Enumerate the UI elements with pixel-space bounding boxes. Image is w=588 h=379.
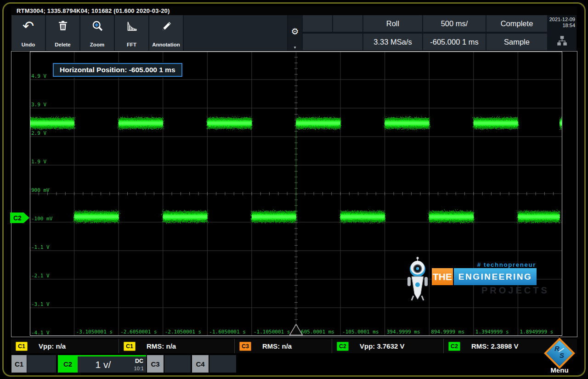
- channel-tab-c3[interactable]: C3: [147, 355, 164, 373]
- annotation-button[interactable]: Annotation: [149, 15, 183, 51]
- c2-probe-ratio: 10:1: [134, 366, 144, 371]
- time-label: 18:54: [549, 23, 575, 29]
- dropdown-arrow-icon: ▾: [294, 45, 296, 50]
- svg-text:-3.1 V: -3.1 V: [31, 301, 50, 307]
- scope-display[interactable]: 4.9 V3.9 V2.9 V1.9 V900 mV-100 mV-1.1 V-…: [30, 52, 562, 336]
- measurement-c3-rms[interactable]: C3 RMS: n/a: [235, 339, 332, 353]
- annotation-pencil-icon: [160, 19, 172, 34]
- sample-rate-cell[interactable]: 3.33 MSa/s: [363, 34, 422, 50]
- horizontal-position-tooltip: Horizontal Position: -605.000 1 ms: [53, 63, 182, 77]
- channel-badge-c3: C3: [239, 342, 251, 351]
- menu-button[interactable]: R S Menu: [541, 338, 578, 374]
- scope-screen: RTM3004; 1335.8794K04; 101682 (01.600 20…: [10, 6, 578, 373]
- lan-network-icon: [556, 35, 568, 48]
- status-cell-empty-1: [303, 15, 332, 32]
- svg-text:-100 mV: -100 mV: [31, 216, 53, 222]
- instrument-bezel: RTM3004; 1335.8794K04; 101682 (01.600 20…: [0, 0, 588, 379]
- measurement-value: Vpp: 3.7632 V: [360, 342, 405, 350]
- acquire-sample-cell[interactable]: Sample: [486, 34, 547, 50]
- fft-button[interactable]: FFT: [115, 15, 148, 51]
- svg-text:-105.0001 ms: -105.0001 ms: [342, 329, 379, 335]
- svg-text:3.9 V: 3.9 V: [31, 102, 46, 108]
- svg-text:-2.6050001 s: -2.6050001 s: [120, 329, 157, 335]
- date-label: 2021-12-09: [549, 17, 575, 23]
- measurement-value: RMS: 2.3898 V: [471, 342, 519, 350]
- svg-text:-2.1 V: -2.1 V: [31, 273, 50, 279]
- svg-text:1.3949999 s: 1.3949999 s: [475, 329, 509, 335]
- datetime-cell[interactable]: 2021-12-09 18:54: [547, 15, 577, 51]
- window-title: RTM3004; 1335.8794K04; 101682 (01.600 20…: [11, 6, 577, 15]
- svg-text:394.9999 ms: 394.9999 ms: [387, 329, 420, 335]
- measurement-c1-rms[interactable]: C1 RMS: n/a: [119, 339, 235, 353]
- svg-text:-1.6050001 s: -1.6050001 s: [209, 329, 245, 335]
- svg-text:4.9 V: 4.9 V: [31, 73, 46, 79]
- rohde-schwarz-logo: R S: [544, 338, 575, 369]
- c2-coupling: DC: [135, 358, 143, 364]
- svg-text:-4.1 V: -4.1 V: [31, 330, 50, 336]
- settings-button[interactable]: ⚙ ▾: [288, 15, 302, 51]
- channel-box-c2[interactable]: 1 v/ DC 10:1: [78, 355, 146, 373]
- acquisition-mode-cell[interactable]: Roll: [363, 15, 422, 32]
- undo-button[interactable]: ↶ Undo: [11, 15, 45, 51]
- status-cell-empty-3: [303, 34, 362, 50]
- gear-icon: ⚙: [291, 26, 299, 36]
- channel-badge-c2: C2: [448, 342, 460, 351]
- svg-text:900 mV: 900 mV: [31, 187, 50, 193]
- c2-vertical-scale: 1 v/: [78, 356, 129, 373]
- zoom-button[interactable]: Zoom: [80, 15, 114, 51]
- toolbar: ↶ Undo Delete: [11, 15, 577, 51]
- channel-bar: C1 C2 1 v/ DC 10:1 C3 C4: [11, 354, 577, 373]
- channel-tab-c4[interactable]: C4: [192, 355, 209, 373]
- svg-text:-1.1 V: -1.1 V: [31, 244, 50, 250]
- trash-icon: [57, 19, 69, 34]
- channel-tab-c1[interactable]: C1: [11, 355, 27, 373]
- svg-text:1.8949999 s: 1.8949999 s: [520, 329, 553, 335]
- zoom-magnifier-icon: [91, 19, 104, 34]
- svg-text:2.9 V: 2.9 V: [31, 130, 46, 136]
- toolbar-spacer: [184, 15, 287, 51]
- status-grid: Roll 500 ms/ Complete 3.33 MSa/s -605.00…: [303, 15, 547, 51]
- svg-text:-605.0001 ms: -605.0001 ms: [298, 329, 334, 335]
- horizontal-position-cell[interactable]: -605.000 1 ms: [423, 34, 486, 50]
- timebase-cell[interactable]: 500 ms/: [423, 15, 486, 32]
- svg-text:-2.1050001 s: -2.1050001 s: [165, 329, 201, 335]
- channel-badge-c2: C2: [337, 342, 349, 351]
- svg-text:-1.1050001 s: -1.1050001 s: [254, 329, 290, 335]
- channel-badge-c1: C1: [124, 342, 136, 351]
- status-cell-empty-2: [333, 15, 362, 32]
- measurement-value: RMS: n/a: [262, 342, 292, 350]
- svg-text:1.9 V: 1.9 V: [31, 159, 46, 165]
- acquisition-state-cell[interactable]: Complete: [486, 15, 547, 32]
- undo-icon: ↶: [23, 19, 34, 33]
- delete-button[interactable]: Delete: [46, 15, 79, 51]
- measurement-c1-vpp[interactable]: C1 Vpp: n/a: [11, 339, 119, 353]
- channel-box-c3[interactable]: [164, 355, 191, 373]
- measurement-bar: C1 Vpp: n/a C1 RMS: n/a C3 RMS: n/a C2 V…: [11, 339, 577, 353]
- channel-tab-c2[interactable]: C2: [58, 355, 78, 373]
- fft-spectrum-icon: [125, 19, 138, 34]
- svg-text:894.9999 ms: 894.9999 ms: [431, 329, 464, 335]
- channel-badge-c1: C1: [16, 342, 28, 351]
- channel-box-c4[interactable]: [209, 355, 236, 373]
- channel-box-c1[interactable]: [27, 355, 56, 373]
- measurement-c2-vpp[interactable]: C2 Vpp: 3.7632 V: [332, 339, 444, 353]
- svg-text:-3.1050001 s: -3.1050001 s: [76, 329, 113, 335]
- measurement-value: RMS: n/a: [147, 342, 176, 350]
- measurement-value: Vpp: n/a: [39, 342, 66, 350]
